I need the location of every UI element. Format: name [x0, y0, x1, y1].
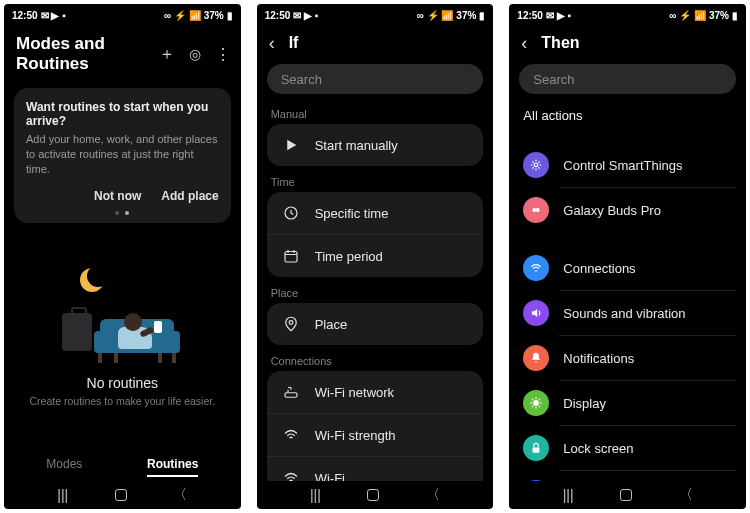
page-title: Modes and Routines	[16, 34, 159, 74]
page-header: ‹ If	[257, 26, 494, 60]
action-smartthings[interactable]: Control SmartThings	[519, 143, 736, 187]
battery-icon: ▮	[732, 10, 738, 21]
sun-icon	[523, 390, 549, 416]
recents-button[interactable]: |||	[57, 487, 68, 503]
recents-button[interactable]: |||	[563, 487, 574, 503]
router-icon	[281, 382, 301, 402]
all-actions-row[interactable]: All actions	[519, 98, 736, 133]
page-title: If	[289, 34, 299, 52]
action-lock-screen[interactable]: Lock screen	[559, 425, 736, 470]
empty-illustration	[62, 268, 182, 363]
condition-wifi[interactable]: Wi-Fi	[267, 456, 484, 481]
action-sounds[interactable]: Sounds and vibration	[559, 290, 736, 335]
svg-rect-10	[533, 447, 540, 452]
svg-point-9	[534, 401, 539, 406]
tab-routines[interactable]: Routines	[147, 457, 198, 477]
status-battery: 37%	[709, 10, 729, 21]
more-icon[interactable]: ⋮	[215, 45, 231, 64]
sound-icon	[523, 300, 549, 326]
row-label: Wi-Fi strength	[315, 428, 396, 443]
page-header: Modes and Routines ＋ ◎ ⋮	[4, 26, 241, 82]
pin-icon	[281, 314, 301, 334]
status-time: 12:50	[517, 10, 543, 21]
action-galaxy-buds[interactable]: Galaxy Buds Pro	[559, 187, 736, 232]
add-icon[interactable]: ＋	[159, 44, 175, 65]
empty-state: No routines Create routines to make your…	[4, 223, 241, 447]
page-title: Then	[541, 34, 579, 52]
page-header: ‹ Then	[509, 26, 746, 60]
back-button[interactable]: 〈	[426, 486, 440, 504]
back-icon[interactable]: ‹	[269, 34, 275, 52]
discover-icon[interactable]: ◎	[189, 46, 201, 62]
status-time: 12:50	[12, 10, 38, 21]
action-connections[interactable]: Connections	[519, 246, 736, 290]
home-button[interactable]	[620, 489, 632, 501]
all-actions-label: All actions	[523, 108, 582, 123]
status-app-icons: ✉ ▶ ▪	[41, 10, 66, 21]
status-bar: 12:50 ✉ ▶ ▪ ∞ ⚡ 📶 37% ▮	[4, 4, 241, 26]
condition-place[interactable]: Place	[267, 303, 484, 345]
section-label-connections: Connections	[271, 355, 480, 367]
condition-start-manually[interactable]: Start manually	[267, 124, 484, 166]
condition-wifi-network[interactable]: Wi-Fi network	[267, 371, 484, 413]
search-placeholder: Search	[533, 72, 574, 87]
row-label: Wi-Fi network	[315, 385, 394, 400]
tab-modes[interactable]: Modes	[46, 457, 82, 477]
lock-icon	[523, 435, 549, 461]
back-icon[interactable]: ‹	[521, 34, 527, 52]
clock-icon	[281, 203, 301, 223]
svg-point-5	[535, 163, 539, 167]
bell-icon	[523, 345, 549, 371]
wifi-icon	[281, 468, 301, 481]
status-time: 12:50	[265, 10, 291, 21]
status-network-icons: ∞ ⚡ 📶	[417, 10, 454, 21]
not-now-button[interactable]: Not now	[94, 189, 141, 203]
row-label: Control SmartThings	[563, 158, 682, 173]
add-place-button[interactable]: Add place	[161, 189, 218, 203]
home-button[interactable]	[115, 489, 127, 501]
section-label-time: Time	[271, 176, 480, 188]
system-nav-bar: ||| 〈	[4, 481, 241, 509]
phone-modes-and-routines: 12:50 ✉ ▶ ▪ ∞ ⚡ 📶 37% ▮ Modes and Routin…	[4, 4, 241, 509]
suggestion-card-body: Add your home, work, and other places to…	[26, 132, 219, 177]
action-notifications[interactable]: Notifications	[559, 335, 736, 380]
suggestion-card-title: Want routines to start when you arrive?	[26, 100, 219, 128]
status-network-icons: ∞ ⚡ 📶	[164, 10, 201, 21]
svg-rect-3	[285, 393, 297, 398]
search-input[interactable]: Search	[519, 64, 736, 94]
status-network-icons: ∞ ⚡ 📶	[669, 10, 706, 21]
svg-point-2	[289, 321, 293, 325]
back-button[interactable]: 〈	[679, 486, 693, 504]
carousel-dots	[26, 211, 219, 215]
phone-if-conditions: 12:50 ✉ ▶ ▪ ∞ ⚡ 📶 37% ▮ ‹ If Search Manu…	[257, 4, 494, 509]
row-label: Specific time	[315, 206, 389, 221]
condition-wifi-strength[interactable]: Wi-Fi strength	[267, 413, 484, 456]
recents-button[interactable]: |||	[310, 487, 321, 503]
battery-icon: ▮	[479, 10, 485, 21]
status-app-icons: ✉ ▶ ▪	[546, 10, 571, 21]
condition-time-period[interactable]: Time period	[267, 234, 484, 277]
suggestion-card: Want routines to start when you arrive? …	[14, 88, 231, 223]
action-display[interactable]: Display	[559, 380, 736, 425]
row-label: Connections	[563, 261, 635, 276]
back-button[interactable]: 〈	[173, 486, 187, 504]
action-security[interactable]: Security	[559, 470, 736, 481]
row-label: Lock screen	[563, 441, 633, 456]
system-nav-bar: ||| 〈	[257, 481, 494, 509]
condition-specific-time[interactable]: Specific time	[267, 192, 484, 234]
empty-state-subtitle: Create routines to make your life easier…	[30, 395, 216, 407]
buds-icon	[523, 197, 549, 223]
actions-list: All actions Control SmartThings Galaxy B…	[509, 98, 746, 481]
search-input[interactable]: Search	[267, 64, 484, 94]
row-label: Place	[315, 317, 348, 332]
home-button[interactable]	[367, 489, 379, 501]
row-label: Notifications	[563, 351, 634, 366]
battery-icon: ▮	[227, 10, 233, 21]
smartthings-icon	[523, 152, 549, 178]
svg-point-7	[536, 208, 540, 213]
status-bar: 12:50 ✉ ▶ ▪ ∞ ⚡ 📶 37% ▮	[257, 4, 494, 26]
svg-point-8	[535, 270, 537, 272]
row-label: Start manually	[315, 138, 398, 153]
system-nav-bar: ||| 〈	[509, 481, 746, 509]
search-placeholder: Search	[281, 72, 322, 87]
